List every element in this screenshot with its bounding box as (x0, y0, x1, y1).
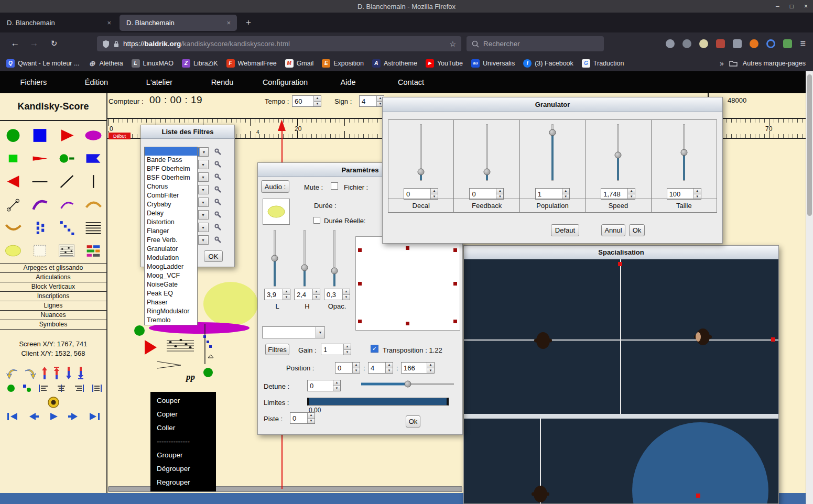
shape-hline-icon[interactable] (29, 173, 50, 190)
filter-option[interactable]: RingModulator (145, 307, 197, 316)
slider-opacity[interactable] (331, 230, 338, 287)
filtres-button[interactable]: Filtres (265, 344, 289, 355)
spin-up-icon[interactable]: ▲ (308, 413, 315, 418)
shape-diagonal-icon[interactable] (56, 173, 77, 190)
filter-option[interactable]: Modulation (145, 254, 197, 262)
filter-option[interactable]: Phaser (145, 298, 197, 307)
slider-knob[interactable] (418, 168, 425, 175)
filter-slot-combobox[interactable]: ▼ (198, 235, 209, 245)
sidebar-item-inscriptions[interactable]: Inscriptions (0, 291, 106, 301)
context-item-grouper[interactable]: Grouper (150, 448, 216, 462)
resize-handle[interactable] (406, 246, 409, 250)
speed-slider[interactable] (614, 124, 622, 181)
align-left-icon[interactable] (38, 384, 49, 393)
transposition-checkbox[interactable]: ✓ (371, 345, 378, 353)
slider-knob[interactable] (549, 129, 556, 136)
chevron-down-icon[interactable]: ▼ (199, 173, 208, 181)
ok-button[interactable]: OK (204, 250, 223, 262)
spacialisation-bottom-view[interactable] (464, 419, 778, 504)
score-decrescendo[interactable] (157, 361, 181, 368)
bookmark-item[interactable]: FWebmailFree (226, 59, 277, 68)
wrench-icon[interactable] (214, 173, 222, 181)
filter-slot-combobox[interactable]: ▼ (198, 172, 209, 182)
position-spinner-2[interactable]: 4▲▼ (368, 362, 393, 374)
filter-option[interactable]: BSF Oberheim (145, 173, 197, 182)
filter-option[interactable]: MoogLadder (145, 262, 197, 271)
position-spinner-1[interactable]: 0▲▼ (335, 362, 360, 374)
menu-contact[interactable]: Contact (380, 71, 442, 93)
sign-spinner[interactable]: 4 ▲▼ (359, 95, 384, 107)
limites-range-slider[interactable] (307, 398, 449, 406)
spin-up-icon[interactable]: ▲ (496, 189, 503, 194)
minimize-icon[interactable]: – (776, 3, 779, 10)
filter-option[interactable]: Bande Pass (145, 156, 197, 165)
resize-handle[interactable] (358, 282, 362, 286)
bookmark-item[interactable]: GTraduction (582, 59, 624, 68)
bookmark-item[interactable]: AAstrotheme (372, 59, 417, 68)
resize-handle[interactable] (406, 322, 409, 325)
filter-dropdown-list[interactable]: Bande Pass BPF Oberheim BSF Oberheim Cho… (144, 147, 198, 325)
tempo-spinner[interactable]: 60 ▲▼ (292, 95, 321, 107)
url-bar[interactable]: https://baldrik.org/kandiskyscore/kandis… (97, 36, 461, 51)
spin-down-icon[interactable]: ▼ (283, 294, 290, 300)
shape-ellipse-icon[interactable] (83, 127, 104, 144)
score-red-triangle[interactable] (145, 340, 157, 355)
shape-circle-icon[interactable] (3, 127, 24, 144)
position-spinner-3[interactable]: 166▲▼ (401, 362, 435, 374)
snap-dots-icon[interactable] (22, 384, 31, 393)
chevron-down-icon[interactable]: ▼ (199, 160, 208, 169)
shape-ellipse-yellow-icon[interactable] (3, 242, 24, 259)
filter-option[interactable]: NoiseGate (145, 280, 197, 289)
spin-down-icon[interactable]: ▼ (427, 368, 434, 374)
shape-wedge-icon[interactable] (29, 150, 50, 167)
align-right-icon[interactable] (73, 384, 85, 393)
speaker-icon[interactable] (47, 396, 60, 409)
resize-handle[interactable] (358, 320, 362, 323)
slider-knob[interactable] (272, 255, 278, 262)
sound-field-circle[interactable] (632, 422, 768, 504)
shape-triangle-left-icon[interactable] (3, 173, 24, 190)
shape-small-square-icon[interactable] (3, 150, 24, 167)
sidebar-item-articulations[interactable]: Articulations (0, 272, 106, 282)
extension-icon[interactable] (682, 39, 691, 48)
listener-head[interactable] (534, 331, 552, 350)
chevron-down-icon[interactable]: ▼ (199, 148, 208, 156)
bookmark-item[interactable]: ZLibraZiK (182, 59, 218, 68)
filter-option[interactable]: Flanger (145, 227, 197, 236)
shape-squares-diagonal-icon[interactable] (56, 219, 77, 236)
url-text[interactable]: https://baldrik.org/kandiskyscore/kandis… (123, 40, 290, 48)
filter-option[interactable]: Tremolo (145, 316, 197, 325)
filter-option[interactable]: BPF Oberheim (145, 165, 197, 173)
shape-staff-icon[interactable] (83, 219, 104, 236)
context-item-regrouper[interactable]: Regrouper (150, 476, 216, 489)
bookmark-item[interactable]: auUniversalis (471, 59, 515, 68)
duree-reelle-checkbox[interactable] (313, 217, 320, 224)
shape-square-icon[interactable] (29, 127, 50, 144)
filter-option[interactable]: Free Verb. (145, 236, 197, 245)
step-back-button[interactable] (26, 411, 40, 422)
menu-edition[interactable]: Édition (65, 71, 128, 93)
other-bookmarks[interactable]: Autres marque-pages (743, 60, 806, 67)
bookmark-item[interactable]: f(3) Facebook (523, 59, 573, 68)
playhead-arrow-icon[interactable] (278, 119, 286, 131)
chevron-down-icon[interactable]: ▼ (316, 327, 324, 338)
bookmarks-overflow-icon[interactable]: » (720, 59, 724, 68)
spin-up-icon[interactable]: ▲ (344, 344, 351, 349)
listener-head[interactable] (532, 484, 549, 504)
tab-active[interactable]: D. Blanchemain × (120, 15, 237, 31)
transpose-down-icon[interactable] (65, 366, 72, 380)
go-end-button[interactable] (88, 411, 101, 422)
taille-slider[interactable] (680, 124, 688, 181)
spin-down-icon[interactable]: ▼ (343, 294, 350, 300)
extension-icon[interactable] (733, 39, 742, 48)
spin-up-icon[interactable]: ▲ (333, 380, 340, 386)
opacity-value-spinner[interactable]: 0,3▲▼ (324, 289, 350, 300)
taille-value-spinner[interactable]: 100▲▼ (667, 188, 701, 200)
mode-combobox[interactable]: ▼ (262, 326, 325, 338)
spin-up-icon[interactable]: ▲ (314, 96, 321, 101)
extension-icon[interactable] (750, 39, 758, 48)
bookmark-item[interactable]: ⊕Alètheia (88, 59, 123, 68)
filter-slot-combobox[interactable]: ▼ (198, 223, 209, 232)
menu-aide[interactable]: Aide (317, 71, 380, 93)
sidebar-item-arpeges[interactable]: Arpeges et glissando (0, 263, 106, 272)
